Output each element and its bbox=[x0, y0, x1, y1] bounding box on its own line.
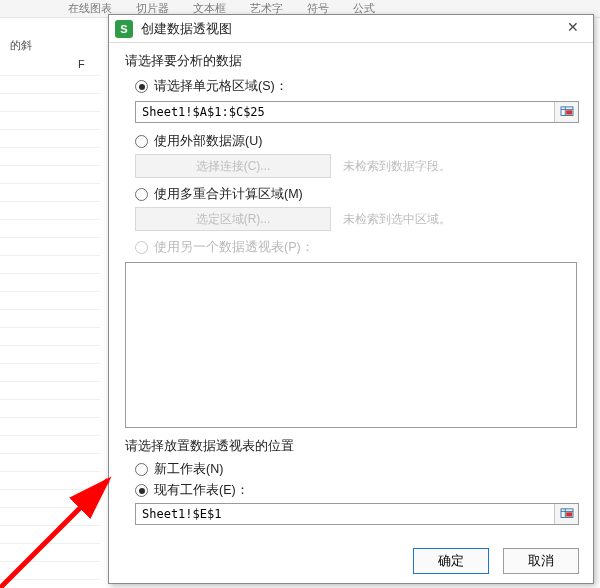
hint-no-region: 未检索到选中区域。 bbox=[343, 211, 451, 228]
create-pivot-dialog: S 创建数据透视图 ✕ 请选择要分析的数据 请选择单元格区域(S)： 使用外部数 bbox=[108, 14, 594, 584]
opt-reuse: 使用另一个数据透视表(P)： bbox=[135, 239, 579, 256]
range-input[interactable] bbox=[136, 102, 554, 122]
opt-external[interactable]: 使用外部数据源(U) bbox=[135, 133, 579, 150]
opt-multi-label: 使用多重合并计算区域(M) bbox=[154, 186, 303, 203]
radio-external[interactable] bbox=[135, 135, 148, 148]
app-icon: S bbox=[115, 20, 133, 38]
section-place-title: 请选择放置数据透视表的位置 bbox=[125, 438, 579, 455]
hint-no-field: 未检索到数据字段。 bbox=[343, 158, 451, 175]
background-grid: document.write(Array.from({length:30},()… bbox=[0, 18, 100, 588]
opt-reuse-label: 使用另一个数据透视表(P)： bbox=[154, 239, 314, 256]
range-picker-icon bbox=[560, 508, 574, 520]
existing-range-wrap bbox=[135, 503, 579, 525]
radio-select-range[interactable] bbox=[135, 80, 148, 93]
range-picker-icon bbox=[560, 106, 574, 118]
opt-existing-sheet-label: 现有工作表(E)： bbox=[154, 482, 249, 499]
background-text: 的斜 bbox=[10, 38, 32, 53]
svg-rect-7 bbox=[566, 512, 572, 516]
opt-external-label: 使用外部数据源(U) bbox=[154, 133, 262, 150]
existing-range-picker-button[interactable] bbox=[554, 504, 578, 524]
radio-reuse bbox=[135, 241, 148, 254]
choose-connection-button: 选择连接(C)... bbox=[135, 154, 331, 178]
range-picker-button[interactable] bbox=[554, 102, 578, 122]
opt-new-sheet[interactable]: 新工作表(N) bbox=[135, 461, 579, 478]
existing-range-input[interactable] bbox=[136, 504, 554, 524]
range-input-wrap bbox=[135, 101, 579, 123]
titlebar: S 创建数据透视图 ✕ bbox=[109, 15, 593, 43]
dialog-title: 创建数据透视图 bbox=[141, 20, 559, 38]
cancel-button[interactable]: 取消 bbox=[503, 548, 579, 574]
background-col-header: F bbox=[78, 58, 85, 70]
reuse-pivot-list bbox=[125, 262, 577, 428]
ok-button[interactable]: 确定 bbox=[413, 548, 489, 574]
opt-new-sheet-label: 新工作表(N) bbox=[154, 461, 223, 478]
dialog-footer: 确定 取消 bbox=[109, 539, 593, 583]
radio-new-sheet[interactable] bbox=[135, 463, 148, 476]
opt-multi[interactable]: 使用多重合并计算区域(M) bbox=[135, 186, 579, 203]
opt-existing-sheet[interactable]: 现有工作表(E)： bbox=[135, 482, 579, 499]
svg-rect-3 bbox=[566, 110, 572, 114]
opt-select-range[interactable]: 请选择单元格区域(S)： bbox=[135, 78, 579, 95]
opt-select-range-label: 请选择单元格区域(S)： bbox=[154, 78, 288, 95]
radio-existing-sheet[interactable] bbox=[135, 484, 148, 497]
close-button[interactable]: ✕ bbox=[559, 19, 587, 39]
radio-multi[interactable] bbox=[135, 188, 148, 201]
choose-region-button: 选定区域(R)... bbox=[135, 207, 331, 231]
section-analyze-title: 请选择要分析的数据 bbox=[125, 53, 579, 70]
